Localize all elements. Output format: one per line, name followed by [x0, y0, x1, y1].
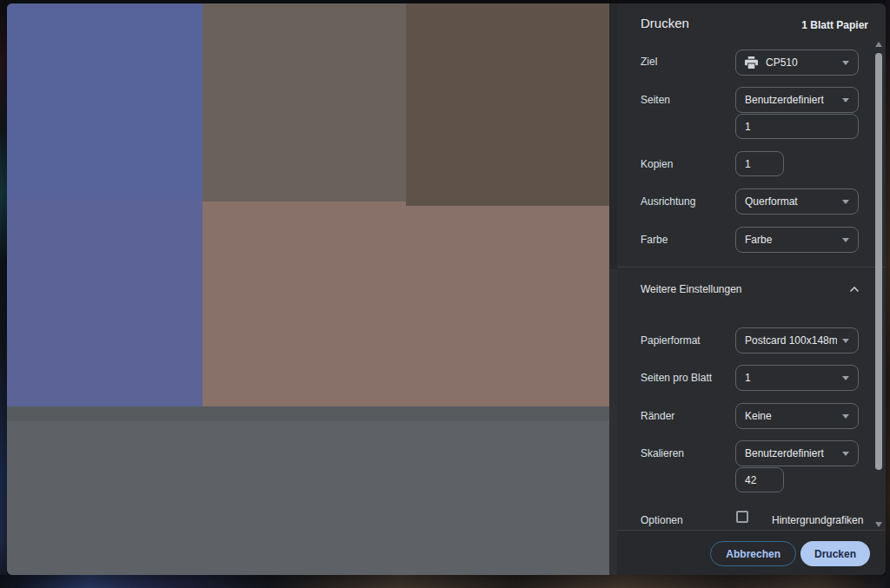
scroll-down-arrow-icon[interactable] — [875, 522, 882, 527]
copies-input[interactable] — [735, 151, 784, 176]
paper-size-select[interactable]: Postcard 100x148mm — [735, 327, 859, 353]
chevron-down-icon — [842, 61, 849, 65]
pages-custom-input[interactable] — [735, 114, 859, 139]
pages-value: Benutzerdefiniert — [745, 94, 837, 106]
chevron-down-icon — [842, 339, 849, 343]
chevron-down-icon — [842, 452, 849, 456]
background-graphics-checkbox[interactable] — [736, 511, 748, 523]
dimmed-page-edge-right — [886, 0, 890, 588]
print-preview-pane — [7, 3, 609, 575]
settings-scrollbar[interactable] — [874, 38, 883, 530]
scale-value: Benutzerdefiniert — [745, 447, 837, 459]
preview-scrollbar[interactable] — [609, 3, 617, 575]
pages-per-sheet-select[interactable]: 1 — [735, 365, 859, 391]
background-graphics-label: Hintergrundgrafiken — [772, 514, 863, 526]
chevron-down-icon — [842, 414, 849, 419]
paper-size-value: Postcard 100x148mm — [745, 334, 837, 347]
chevron-up-icon — [849, 286, 860, 293]
dimmed-page-edge-bottom — [0, 575, 890, 588]
margins-value: Keine — [745, 410, 837, 422]
scale-custom-input[interactable] — [735, 467, 784, 492]
orientation-value: Querformat — [745, 195, 837, 208]
pages-select[interactable]: Benutzerdefiniert — [735, 87, 859, 113]
page-shadow-strip — [7, 406, 609, 421]
orientation-select[interactable]: Querformat — [735, 188, 859, 215]
paper-size-label: Papierformat — [641, 334, 701, 347]
print-button[interactable]: Drucken — [800, 541, 870, 566]
destination-label: Ziel — [641, 56, 657, 68]
print-preview-screen: Drucken 1 Blatt Papier Ziel CP510 Seiten… — [0, 0, 890, 588]
destination-value: CP510 — [766, 56, 837, 69]
pages-label: Seiten — [641, 94, 670, 106]
photo-region-bottom-right-mauve — [203, 202, 609, 406]
printer-icon — [745, 56, 758, 69]
pages-per-sheet-value: 1 — [745, 372, 837, 384]
photo-region-bottom-left-blue — [7, 200, 203, 406]
section-divider — [617, 267, 886, 268]
dialog-footer: Abbrechen Drucken — [617, 530, 886, 575]
preview-scrollbar-thumb[interactable] — [609, 3, 617, 269]
print-dialog-overlay: Drucken 1 Blatt Papier Ziel CP510 Seiten… — [7, 3, 886, 575]
color-value: Farbe — [745, 234, 837, 246]
chevron-down-icon — [842, 200, 849, 204]
chevron-down-icon — [842, 238, 849, 242]
more-settings-toggle[interactable]: Weitere Einstellungen — [617, 276, 886, 302]
copies-label: Kopien — [641, 158, 673, 170]
print-settings-panel: Drucken 1 Blatt Papier Ziel CP510 Seiten… — [617, 3, 886, 575]
destination-select[interactable]: CP510 — [735, 50, 859, 76]
scale-label: Skalieren — [641, 447, 684, 459]
options-label: Optionen — [641, 514, 683, 526]
orientation-label: Ausrichtung — [641, 195, 695, 208]
photo-region-top-left-blue — [7, 3, 203, 200]
dialog-title: Drucken — [641, 16, 689, 30]
cancel-button[interactable]: Abbrechen — [710, 541, 796, 566]
margins-label: Ränder — [641, 410, 674, 422]
color-label: Farbe — [641, 234, 668, 246]
color-select[interactable]: Farbe — [735, 227, 859, 253]
chevron-down-icon — [842, 98, 849, 102]
photo-region-top-right-brown — [406, 3, 609, 206]
margins-select[interactable]: Keine — [735, 403, 859, 429]
settings-scrollbar-thumb[interactable] — [875, 53, 882, 470]
print-preview-page — [7, 3, 609, 406]
sheets-summary: 1 Blatt Papier — [801, 19, 868, 31]
more-settings-label: Weitere Einstellungen — [641, 283, 742, 295]
dimmed-page-edge-left — [0, 0, 7, 588]
scale-select[interactable]: Benutzerdefiniert — [735, 440, 859, 466]
scroll-up-arrow-icon[interactable] — [875, 42, 882, 47]
pages-per-sheet-label: Seiten pro Blatt — [641, 372, 712, 384]
photo-region-top-middle-taupe — [203, 3, 406, 202]
chevron-down-icon — [842, 376, 849, 380]
